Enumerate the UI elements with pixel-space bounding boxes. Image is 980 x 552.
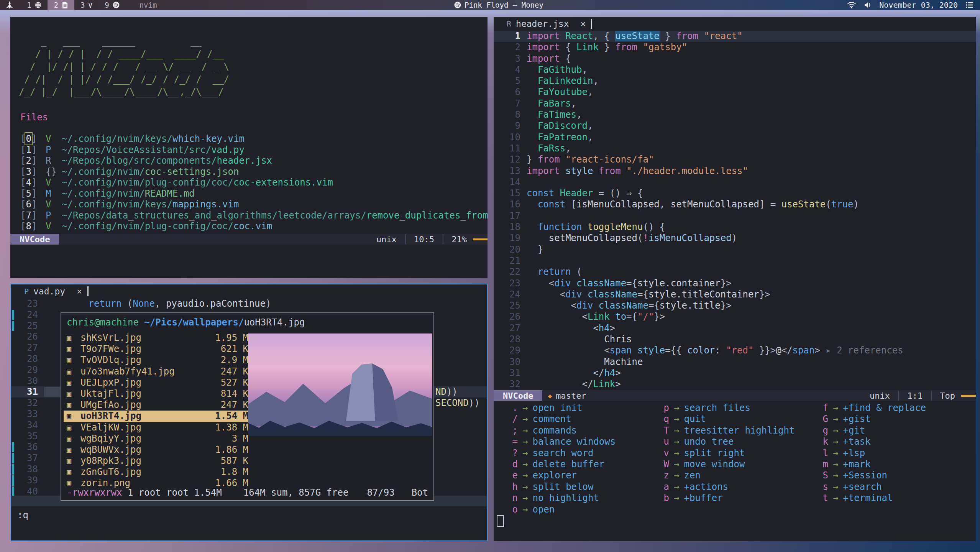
which-key-binding[interactable]: u→undo tree [659, 436, 795, 447]
code-line[interactable]: 3import { [494, 53, 976, 64]
workspace-3[interactable]: 3 V [74, 0, 98, 10]
code-line[interactable]: 13import style from "./header.module.les… [494, 166, 976, 177]
which-key-binding[interactable]: n→no highlight [508, 493, 616, 504]
tab-header-jsx[interactable]: header.jsx [516, 19, 569, 29]
picker-file-row[interactable]: ▣y08Rpk3.jpg587 K [64, 455, 251, 467]
which-key-binding[interactable]: d→delete buffer [508, 459, 616, 470]
code-line[interactable]: 22 return ( [494, 266, 976, 278]
startify-entry[interactable]: [4]V~/.config/nvim/plug-config/coc/coc-e… [20, 177, 488, 188]
tab-vad-py[interactable]: vad.py [33, 286, 65, 296]
which-key-binding[interactable]: q→quit [659, 414, 795, 425]
code-line[interactable]: 23 return (None, pyaudio.paContinue) [11, 298, 487, 309]
which-key-binding[interactable]: ;→commands [508, 425, 616, 436]
picker-file-row[interactable]: ▣UktajFl.jpg814 K [64, 388, 251, 399]
code-line[interactable]: 1import React, { useState } from "react" [494, 31, 976, 42]
picker-file-row[interactable]: ▣u7o3nwab7fy41.jpg247 K [64, 366, 251, 377]
code-line[interactable]: 30 Machine [494, 356, 976, 368]
now-playing[interactable]: Pink Floyd – Money [454, 0, 543, 10]
code-line[interactable]: 16 const [isMenuCollapsed, setMenuCollap… [494, 199, 976, 210]
which-key-binding[interactable]: z→zen [659, 470, 795, 481]
binding-key: h [508, 481, 518, 493]
which-key-binding[interactable]: e→explorer [508, 470, 616, 481]
entry-filename: coc-extensions.vim [233, 177, 333, 188]
volume-icon[interactable] [864, 2, 872, 8]
which-key-binding[interactable]: b→+buffer [659, 493, 795, 504]
picker-file-row[interactable]: ▣shKsVrL.jpg1.95 M [64, 332, 251, 343]
picker-file-row[interactable]: ▣UEJLpxP.jpg527 K [64, 377, 251, 388]
menu-icon[interactable] [965, 2, 974, 8]
which-key-binding[interactable]: ?→search word [508, 448, 616, 459]
which-key-binding[interactable]: t→+terminal [818, 493, 926, 504]
code-line[interactable]: 19 setMenuCollapsed(!isMenuCollapsed) [494, 233, 976, 244]
command-line[interactable]: :q [17, 510, 28, 521]
which-key-binding[interactable]: T→treesitter highlight [659, 425, 795, 436]
code-line[interactable]: 26 <Link to={"/"}> [494, 311, 976, 322]
which-key-binding[interactable]: v→split right [659, 448, 795, 459]
which-key-binding[interactable]: f→+find & replace [818, 402, 926, 414]
picker-file-row[interactable]: ▣UMgEfAo.jpg247 K [64, 399, 251, 411]
code-line[interactable]: 15const Header = () ⇒ { [494, 188, 976, 199]
which-key-binding[interactable]: .→open init [508, 402, 616, 414]
which-key-binding[interactable]: a→+actions [659, 481, 795, 493]
which-key-binding[interactable]: g→+git [818, 425, 926, 436]
startify-entry[interactable]: [2]R~/Repos/blog/src/components/header.j… [20, 155, 488, 166]
code-line[interactable]: 11 FaRss, [494, 143, 976, 154]
picker-file-row[interactable]: ▣wqBUWVx.jpg1.86 M [64, 444, 251, 455]
startify-entry[interactable]: [0]V~/.config/nvim/keys/which-key.vim [20, 133, 488, 145]
startify-entry[interactable]: [1]P~/Repos/VoiceAssistant/src/vad.py [20, 145, 488, 156]
which-key-binding[interactable]: h→split below [508, 481, 616, 493]
workspace-1[interactable]: 1 [21, 0, 48, 10]
close-icon[interactable]: × [77, 286, 82, 296]
code-line[interactable]: 9 FaDiscord, [494, 120, 976, 131]
code-line[interactable]: 21 [494, 255, 976, 266]
code-line[interactable]: 25 <div className={style.title}> [494, 300, 976, 311]
startify-entry[interactable]: [6]V~/.config/nvim/keys/mappings.vim [20, 199, 488, 210]
binding-label: move window [684, 459, 745, 470]
code-line[interactable]: 20 } [494, 244, 976, 255]
which-key-binding[interactable]: s→+search [818, 481, 926, 493]
code-line[interactable]: 12} from "react-icons/fa" [494, 154, 976, 165]
code-line[interactable]: 17 [494, 210, 976, 222]
which-key-binding[interactable]: W→move window [659, 459, 795, 470]
code-line[interactable]: 31 </h4> [494, 368, 976, 379]
code-line[interactable]: 5 FaLinkedin, [494, 76, 976, 87]
code-line[interactable]: 7 FaBars, [494, 98, 976, 109]
code-line[interactable]: 24 <div className={style.titleContainer}… [494, 289, 976, 300]
code-line[interactable]: 2import { Link } from "gatsby" [494, 42, 976, 53]
picker-file-row[interactable]: ▣wgBqiyY.jpg3 M [64, 433, 251, 444]
which-key-binding[interactable]: =→balance windows [508, 436, 616, 447]
startify-entry[interactable]: [7]P~/Repos/data_structures_and_algorith… [20, 210, 488, 221]
code-line[interactable]: 8 FaTimes, [494, 109, 976, 120]
code-line[interactable]: 14 [494, 177, 976, 188]
workspace-2[interactable]: 2 [48, 0, 74, 10]
code-line[interactable]: 28 Chris [494, 334, 976, 345]
startify-entry[interactable]: [5]M~/.config/nvim/README.md [20, 188, 488, 199]
code-line[interactable]: 27 <h4> [494, 323, 976, 334]
which-key-binding[interactable]: m→+mark [818, 459, 926, 470]
picker-file-row[interactable]: ▣zGnGuT6.jpg1.8 M [64, 467, 251, 478]
which-key-binding[interactable]: /→comment [508, 414, 616, 425]
workspace-9[interactable]: 9 [98, 0, 125, 10]
code-line[interactable]: 6 FaYoutube, [494, 87, 976, 98]
which-key-binding[interactable]: S→+Session [818, 470, 926, 481]
code-line[interactable]: 32 </Link> [494, 379, 976, 390]
picker-file-row[interactable]: ▣uoH3RT4.jpg1.54 M [64, 411, 251, 422]
code-line[interactable]: 29 <span style={{ color: "red" }}>@</spa… [494, 345, 976, 356]
code-line[interactable]: 4 FaGithub, [494, 64, 976, 76]
which-key-binding[interactable]: G→+gist [818, 414, 926, 425]
startify-entry[interactable]: [3]{}~/.config/nvim/coc-settings.json [20, 166, 488, 177]
picker-file-row[interactable]: ▣VEaljKW.jpg1.38 M [64, 422, 251, 433]
wifi-icon[interactable] [847, 2, 856, 8]
code-line[interactable]: 18 function toggleMenu() { [494, 222, 976, 233]
code-line[interactable]: 23 <div className={style.container}> [494, 278, 976, 289]
picker-file-row[interactable]: ▣TvOVDlq.jpg2.9 M [64, 355, 251, 366]
which-key-binding[interactable]: o→open [508, 504, 616, 515]
code-line[interactable]: 10 FaPatreon, [494, 132, 976, 143]
arrow-icon: → [522, 470, 528, 481]
which-key-binding[interactable]: l→+lsp [818, 448, 926, 459]
which-key-binding[interactable]: p→search files [659, 402, 795, 414]
picker-file-row[interactable]: ▣T9o7FWe.jpg621 K [64, 343, 251, 355]
close-icon[interactable]: × [581, 19, 586, 29]
which-key-binding[interactable]: k→+task [818, 436, 926, 447]
startify-entry[interactable]: [8]V~/.config/nvim/plug-config/coc/coc.v… [20, 221, 488, 232]
